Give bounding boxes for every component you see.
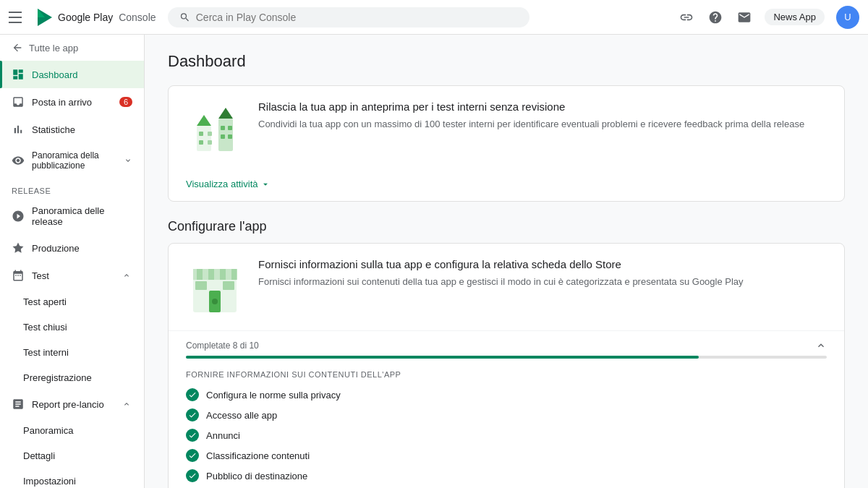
inbox-icon [12,95,25,108]
svg-rect-19 [231,269,237,280]
progress-expand-button[interactable] [815,340,827,351]
sidebar-item-test-chiusi[interactable]: Test chiusi [0,314,144,340]
svg-rect-22 [223,281,234,290]
sidebar-item-test[interactable]: Test [0,262,144,289]
checklist-item-1: Accesso alle app [186,405,827,425]
svg-marker-4 [197,115,211,126]
hamburger-button[interactable] [9,9,26,26]
release-illustration [186,100,244,158]
progress-bar-fill [186,356,699,359]
store-card-title: Fornisci informazioni sulla tua app e co… [258,258,827,270]
release-card-inner: Rilascia la tua app in anteprima per i t… [169,86,844,173]
checklist-item-0: Configura le norme sulla privacy [186,385,827,405]
checklist-contenuti: FORNIRE INFORMAZIONI SUI CONTENUTI DELL'… [169,361,844,488]
sidebar-item-label: Posta in arrivo [32,97,92,108]
svg-rect-18 [220,269,226,280]
check-icon-2 [186,429,199,442]
expand-icon [815,340,827,351]
svg-point-23 [212,299,218,304]
notification-icon[interactable] [736,9,753,26]
configure-section-title: Configurare l'app [168,213,845,243]
sidebar-item-test-aperti[interactable]: Test aperti [0,289,144,314]
release-card: Rilascia la tua app in anteprima per i t… [168,85,845,202]
release-card-title: Rilascia la tua app in anteprima per i t… [258,100,827,113]
logo-main-text: Google Play [58,12,113,23]
sidebar-item-label: Panoramica delle release [32,205,132,227]
progress-text: Completate 8 di 10 [186,341,259,351]
sidebar-item-label: Test aperti [23,296,67,307]
check-icon-0 [186,388,199,401]
checklist-heading-contenuti: FORNIRE INFORMAZIONI SUI CONTENUTI DELL'… [186,361,827,385]
progress-bar-track [186,356,827,359]
sidebar-back-button[interactable]: Tutte le app [0,35,144,61]
sidebar-item-panoramica-release[interactable]: Panoramica delle release [0,198,144,234]
sidebar-item-impostazioni[interactable]: Impostazioni [0,468,144,488]
test-icon [12,269,25,282]
release-icon [12,210,25,223]
back-arrow-icon [12,42,23,53]
check-icon-1 [186,408,199,421]
svg-rect-7 [208,132,212,136]
sidebar-item-label: Test interni [23,347,69,358]
release-card-body: Rilascia la tua app in anteprima per i t… [258,100,827,132]
svg-rect-8 [199,140,203,145]
sidebar-item-statistiche[interactable]: Statistiche [0,116,144,143]
svg-rect-21 [195,281,207,290]
sidebar-item-posta[interactable]: Posta in arrivo 6 [0,88,144,116]
sidebar-item-label: Produzione [32,243,80,254]
svg-rect-13 [228,134,232,139]
back-label: Tutte le app [29,43,78,53]
dashboard-icon [12,68,25,81]
play-logo-icon [35,7,55,27]
sidebar-item-label: Statistiche [32,124,75,135]
sidebar-item-label: Report pre-lancio [32,399,104,410]
avatar[interactable]: U [836,6,859,29]
checklist-item-2: Annunci [186,425,827,445]
checklist-item-4: Pubblico di destinazione [186,466,827,486]
svg-rect-10 [221,126,225,130]
link-icon[interactable] [678,9,695,26]
check-icon-4 [186,469,199,482]
sidebar-item-label: Panoramica [23,425,73,436]
sidebar-item-dashboard[interactable]: Dashboard [0,61,144,88]
topbar-right: News App U [678,6,859,29]
store-card: Fornisci informazioni sulla tua app e co… [168,243,845,488]
main-layout: Tutte le app Dashboard Posta in arrivo 6 [0,35,868,488]
dropdown-arrow-icon [260,179,271,189]
sidebar-item-panoramica-report[interactable]: Panoramica [0,418,144,443]
svg-rect-16 [197,269,203,280]
search-icon [179,12,190,23]
logo-text: Google Play Console [58,12,156,23]
search-bar[interactable] [168,7,529,27]
svg-marker-5 [218,108,233,119]
app-badge[interactable]: News App [765,9,825,25]
store-card-inner: Fornisci informazioni sulla tua app e co… [169,244,844,330]
visualizza-attivita-label: Visualizza attività [186,179,258,189]
checklist-label-0: Configura le norme sulla privacy [206,390,341,401]
svg-rect-2 [197,126,211,151]
sidebar-item-report-pre-lancio[interactable]: Report pre-lancio [0,390,144,418]
svg-rect-17 [208,269,214,280]
sidebar: Tutte le app Dashboard Posta in arrivo 6 [0,35,145,488]
content-area: Dashboard [145,35,868,488]
sidebar-item-produzione[interactable]: Produzione [0,234,144,262]
visualizza-attivita-button[interactable]: Visualizza attività [169,173,844,201]
checklist-label-4: Pubblico di destinazione [206,471,307,481]
page-title: Dashboard [168,52,845,71]
store-card-desc: Fornisci informazioni sui contenuti dell… [258,275,827,289]
sidebar-item-preregistrazione[interactable]: Preregistrazione [0,365,144,390]
sidebar-item-panoramica-pub[interactable]: Panoramica della pubblicazione [0,143,144,178]
release-card-desc: Condividi la tua app con un massimo di 1… [258,117,827,132]
sidebar-item-label: Panoramica della pubblicazione [32,150,116,171]
check-icon-3 [186,449,199,462]
svg-rect-12 [221,134,225,139]
sidebar-item-dettagli[interactable]: Dettagli [0,443,144,468]
help-icon[interactable] [707,9,724,26]
store-illustration [186,258,244,316]
inbox-badge: 6 [119,97,132,107]
sidebar-item-label: Test chiusi [23,322,67,333]
panoramica-pub-expand-icon [124,155,132,166]
sidebar-item-test-interni[interactable]: Test interni [0,340,144,365]
app-badge-label: News App [773,12,816,22]
search-input[interactable] [196,12,518,23]
